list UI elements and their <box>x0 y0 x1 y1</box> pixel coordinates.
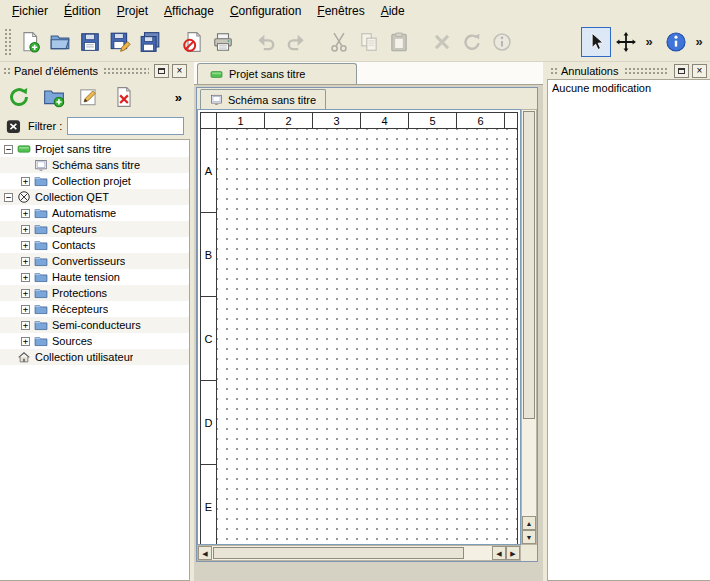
undo-button <box>251 27 281 57</box>
tree-expander[interactable]: + <box>21 225 30 234</box>
close-panel-button[interactable]: × <box>692 64 707 78</box>
tab-schema-sans-titre[interactable]: Schéma sans titre <box>200 89 326 109</box>
tree-expander[interactable]: + <box>21 305 30 314</box>
toolbar-overflow-button[interactable]: » <box>641 27 657 57</box>
horizontal-scroll-track[interactable] <box>465 546 492 560</box>
dock-grip[interactable] <box>103 67 149 75</box>
save-icon <box>79 31 101 53</box>
scroll-down-button[interactable]: ▼ <box>522 530 536 544</box>
open-file-button[interactable] <box>45 27 75 57</box>
tree-item-collection-projet[interactable]: +Collection projet <box>0 173 189 189</box>
schema-paper[interactable] <box>217 129 517 545</box>
vertical-scroll-track[interactable] <box>522 420 536 516</box>
tab-projet-sans-titre[interactable]: Projet sans titre <box>197 63 357 84</box>
scroll-left-button-2[interactable]: ◀ <box>492 546 506 560</box>
about-button[interactable] <box>661 27 691 57</box>
tree-expander[interactable]: + <box>21 241 30 250</box>
filter-input[interactable] <box>67 117 184 135</box>
panel-toolbar-overflow-button[interactable]: » <box>171 88 186 107</box>
undo-history-list[interactable]: Aucune modification <box>547 79 710 581</box>
folder-icon <box>34 318 48 332</box>
folder-icon <box>34 206 48 220</box>
vertical-scrollbar[interactable]: ▲ ▼ <box>521 109 537 545</box>
clear-filter-icon[interactable] <box>6 118 23 135</box>
save-as-button[interactable] <box>105 27 135 57</box>
toolbar-overflow-button[interactable]: » <box>691 27 707 57</box>
save-button[interactable] <box>75 27 105 57</box>
tree-item-capteurs[interactable]: +Capteurs <box>0 221 189 237</box>
menu-projet[interactable]: Projet <box>109 2 156 20</box>
tree-item-recepteurs[interactable]: +Récepteurs <box>0 301 189 317</box>
elements-panel-title: Panel d'éléments <box>14 65 98 77</box>
paste-button <box>384 27 414 57</box>
new-file-button[interactable] <box>15 27 45 57</box>
close-panel-button[interactable]: × <box>172 64 187 78</box>
tree-expander[interactable]: − <box>4 145 13 154</box>
undo-panel-titlebar[interactable]: Annulations × <box>547 62 710 79</box>
schema-viewport[interactable]: 123456 ABCDE <box>197 109 521 545</box>
float-panel-button[interactable] <box>674 64 689 78</box>
scroll-right-button[interactable]: ▶ <box>506 546 520 560</box>
tree-item-automatisme[interactable]: +Automatisme <box>0 205 189 221</box>
save-all-button[interactable] <box>135 27 165 57</box>
dock-grip[interactable] <box>550 67 558 75</box>
tree-item-convertisseurs[interactable]: +Convertisseurs <box>0 253 189 269</box>
column-ruler: 123456 <box>201 113 517 129</box>
menu-fenetres[interactable]: Fenêtres <box>309 2 372 20</box>
scroll-up-button[interactable]: ▲ <box>522 516 536 530</box>
close-file-button[interactable] <box>178 27 208 57</box>
vertical-scroll-thumb[interactable] <box>523 111 535 419</box>
tree-expander[interactable]: + <box>21 289 30 298</box>
tree-expander[interactable]: + <box>21 337 30 346</box>
tree-expander[interactable]: − <box>4 193 13 202</box>
dock-grip[interactable] <box>3 67 11 75</box>
folder-icon <box>34 254 48 268</box>
horizontal-scrollbar[interactable]: ◀ ◀ ▶ <box>197 545 521 561</box>
move-mode-button[interactable] <box>611 27 641 57</box>
delete-icon <box>431 31 453 53</box>
menu-affichage[interactable]: Affichage <box>156 2 222 20</box>
tree-item-collection-qet[interactable]: −Collection QET <box>0 189 189 205</box>
tree-item-sources[interactable]: +Sources <box>0 333 189 349</box>
select-mode-button[interactable] <box>581 27 611 57</box>
toolbar-buttons: »» <box>15 27 707 57</box>
tree-expander[interactable]: + <box>21 321 30 330</box>
toolbar-grip[interactable] <box>4 28 11 56</box>
horizontal-scroll-thumb[interactable] <box>213 547 464 559</box>
save-all-icon <box>139 31 161 53</box>
float-panel-button[interactable] <box>154 64 169 78</box>
scroll-left-button[interactable]: ◀ <box>198 546 212 560</box>
elements-panel-titlebar[interactable]: Panel d'éléments × <box>0 62 190 79</box>
tree-expander[interactable]: + <box>21 257 30 266</box>
project-tabbar: Projet sans titre <box>194 62 543 85</box>
tree-item-projet-sans-titre[interactable]: −Projet sans titre <box>0 141 189 157</box>
reload-button[interactable] <box>4 82 34 112</box>
menu-aide[interactable]: Aide <box>373 2 413 20</box>
tree-item-protections[interactable]: +Protections <box>0 285 189 301</box>
print-button[interactable] <box>208 27 238 57</box>
tree-item-haute-tension[interactable]: +Haute tension <box>0 269 189 285</box>
toolbar-group <box>251 27 311 57</box>
delete-element-button[interactable] <box>109 82 139 112</box>
menu-edition[interactable]: Édition <box>56 2 109 20</box>
dock-grip[interactable] <box>624 67 670 75</box>
project-tab-label: Projet sans titre <box>229 68 305 80</box>
home-icon <box>17 350 31 364</box>
edit-element-button[interactable] <box>74 82 104 112</box>
menu-configuration[interactable]: Configuration <box>222 2 309 20</box>
tree-item-contacts[interactable]: +Contacts <box>0 237 189 253</box>
project-icon <box>17 142 31 156</box>
folder-icon <box>34 174 48 188</box>
tree-expander[interactable]: + <box>21 177 30 186</box>
tree-item-schema-sans-titre[interactable]: Schéma sans titre <box>0 157 189 173</box>
up-arrow-icon: ▲ <box>526 520 533 527</box>
menu-fichier[interactable]: Fichier <box>4 2 56 20</box>
tree-expander[interactable]: + <box>21 209 30 218</box>
folder-icon <box>34 270 48 284</box>
tree-item-collection-utilisateur[interactable]: Collection utilisateur <box>0 349 189 365</box>
new-element-button[interactable] <box>39 82 69 112</box>
left-arrow-icon: ◀ <box>202 550 207 557</box>
main-area: Panel d'éléments × » Filtrer : −Projet s… <box>0 62 710 581</box>
tree-item-semi-conducteurs[interactable]: +Semi-conducteurs <box>0 317 189 333</box>
tree-expander[interactable]: + <box>21 273 30 282</box>
